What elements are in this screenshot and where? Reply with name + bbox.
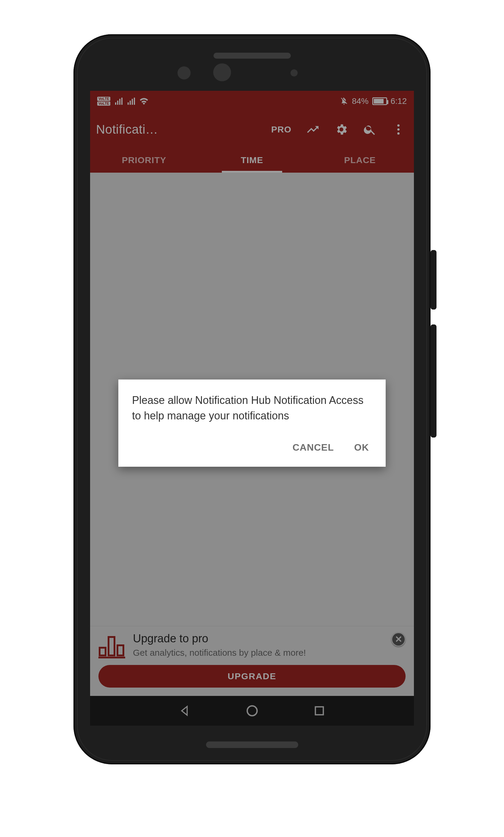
phone-earpiece <box>213 53 291 59</box>
cancel-button[interactable]: CANCEL <box>292 439 335 456</box>
status-time: 6:12 <box>391 96 407 106</box>
status-bar: VoLTE VoLTE <box>90 91 414 112</box>
phone-side-button-2 <box>431 324 436 438</box>
upgrade-card: Upgrade to pro Get analytics, notificati… <box>90 626 414 696</box>
svg-rect-4 <box>109 637 114 655</box>
dialog-message: Please allow Notification Hub Notificati… <box>132 393 372 424</box>
nav-back-icon[interactable] <box>176 702 193 719</box>
overflow-icon[interactable] <box>391 122 406 137</box>
phone-frame: VoLTE VoLTE <box>73 34 431 764</box>
battery-icon <box>372 97 387 105</box>
app-bar-actions: PRO <box>182 122 408 137</box>
android-nav-bar <box>90 696 414 726</box>
svg-point-1 <box>397 128 399 131</box>
volte-chip-2: VoLTE <box>97 102 110 106</box>
settings-icon[interactable] <box>334 122 349 137</box>
upgrade-title: Upgrade to pro <box>133 632 384 645</box>
status-left: VoLTE VoLTE <box>97 97 148 106</box>
screen: VoLTE VoLTE <box>90 91 414 726</box>
signal-icon-2 <box>127 97 135 105</box>
permission-dialog: Please allow Notification Hub Notificati… <box>118 379 386 467</box>
close-icon[interactable]: ✕ <box>391 632 406 646</box>
tab-place[interactable]: PLACE <box>306 147 414 173</box>
ok-button[interactable]: OK <box>353 439 370 456</box>
tab-time[interactable]: TIME <box>198 147 306 173</box>
svg-rect-8 <box>315 707 323 715</box>
svg-point-7 <box>247 706 257 716</box>
nav-recents-icon[interactable] <box>311 702 328 719</box>
volte-chip-1: VoLTE <box>97 97 110 101</box>
svg-rect-6 <box>98 657 125 658</box>
signal-icon <box>114 97 123 105</box>
tab-label: PRIORITY <box>122 155 167 165</box>
tab-bar: PRIORITY TIME PLACE <box>90 147 414 173</box>
svg-rect-3 <box>99 648 106 655</box>
upgrade-subtitle: Get analytics, notifications by place & … <box>133 647 384 659</box>
tab-priority[interactable]: PRIORITY <box>90 147 198 173</box>
svg-point-0 <box>397 124 399 127</box>
svg-point-2 <box>397 132 399 135</box>
phone-camera <box>213 64 231 81</box>
trending-icon[interactable] <box>306 122 320 137</box>
mute-icon <box>340 97 348 105</box>
phone-sensor-small <box>291 69 298 76</box>
app-title: Notificati… <box>96 122 179 137</box>
phone-sensor <box>178 66 191 79</box>
battery-percent: 84% <box>352 96 368 106</box>
wifi-icon <box>139 97 148 105</box>
dialog-actions: CANCEL OK <box>132 436 372 461</box>
phone-speaker-bottom <box>206 742 298 748</box>
analytics-icon <box>98 634 125 660</box>
upgrade-button-label: UPGRADE <box>227 671 276 681</box>
tab-label: PLACE <box>344 155 376 165</box>
phone-side-button-1 <box>431 250 436 309</box>
svg-rect-5 <box>117 645 124 655</box>
pro-label[interactable]: PRO <box>271 124 292 135</box>
search-icon[interactable] <box>363 122 377 137</box>
nav-home-icon[interactable] <box>244 702 260 719</box>
upgrade-button[interactable]: UPGRADE <box>98 665 406 688</box>
tab-label: TIME <box>241 155 263 165</box>
status-right: 84% 6:12 <box>340 96 407 106</box>
app-bar: Notificati… PRO <box>90 112 414 147</box>
volte-indicator: VoLTE VoLTE <box>97 97 110 106</box>
